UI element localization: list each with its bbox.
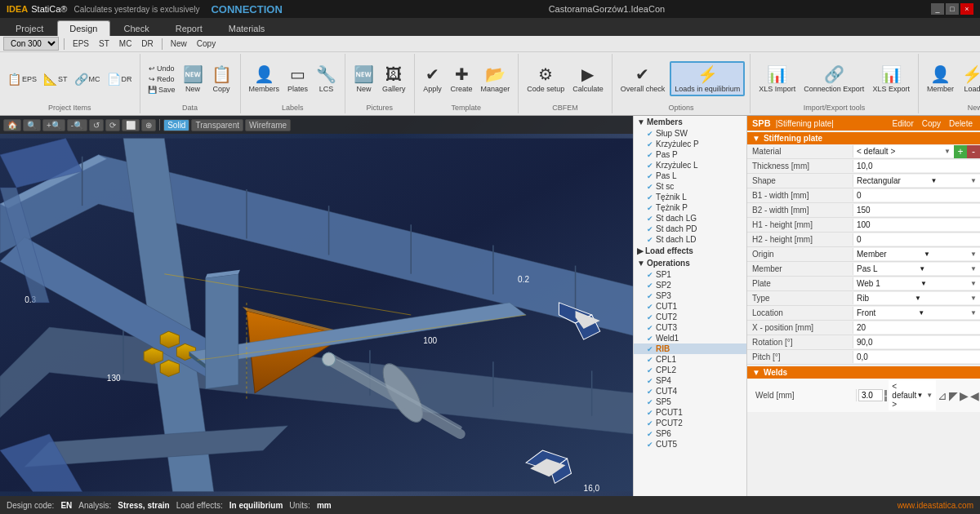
redo-button[interactable]: ↪ Redo [145, 74, 178, 84]
website-link[interactable]: www.ideastatica.com [898, 501, 973, 510]
tree-weld1[interactable]: ✔ Weld1 [634, 333, 746, 343]
qa-mc-button[interactable]: MC [116, 38, 136, 49]
new-picture-button[interactable]: 🆕 New [350, 63, 377, 95]
tree-st-sc[interactable]: ✔ St sc [634, 181, 746, 192]
tree-cut4[interactable]: ✔ CUT4 [634, 386, 746, 397]
tree-rib[interactable]: ✔ RIB [634, 343, 746, 354]
material-remove-button[interactable]: - [967, 145, 980, 158]
tab-report[interactable]: Report [163, 20, 215, 36]
pitch-value[interactable]: 0,0 [853, 351, 980, 363]
tab-project[interactable]: Project [3, 20, 56, 36]
tree-st-dach-pd[interactable]: ✔ St dach PD [634, 224, 746, 234]
loads-equilibrium-button[interactable]: ⚡ Loads in equilibrium [670, 61, 745, 96]
overall-check-button[interactable]: ✔ Overall check [617, 63, 669, 95]
calculate-button[interactable]: ▶ Calculate [569, 63, 607, 95]
h2-height-value[interactable]: 0 [853, 233, 980, 246]
members-button[interactable]: 👤 Members [246, 63, 283, 95]
tab-design[interactable]: Design [57, 20, 109, 36]
gallery-button[interactable]: 🖼 Gallery [379, 64, 409, 95]
undo-button[interactable]: ↩ Undo [145, 64, 178, 73]
location-value[interactable]: Front ▼ [853, 307, 980, 319]
connection-dropdown[interactable]: Con 300 [3, 37, 59, 51]
qa-copy-button[interactable]: Copy [194, 38, 219, 49]
save-button[interactable]: 💾 Save [145, 85, 178, 95]
viewport[interactable]: 🏠 🔍 +🔍 -🔍 ↺ ⟳ ⬜ ⊕ Solid Transparent Wire… [0, 116, 633, 496]
tree-cut2[interactable]: ✔ CUT2 [634, 312, 746, 322]
lcs-button[interactable]: 🔧 LCS [313, 63, 340, 95]
tree-sp4[interactable]: ✔ SP4 [634, 375, 746, 386]
close-button[interactable]: × [960, 3, 973, 15]
qa-new-button[interactable]: New [167, 38, 190, 49]
tree-pas-p[interactable]: ✔ Pas P [634, 149, 746, 160]
minimize-button[interactable]: _ [931, 3, 944, 15]
wireframe-button[interactable]: Wireframe [245, 119, 291, 131]
origin-value[interactable]: Member ▼ [853, 248, 980, 260]
xls-export-button[interactable]: 📊 XLS Export [869, 63, 913, 95]
copy-button[interactable]: 📋 Copy [208, 63, 235, 95]
tree-members-header[interactable]: ▼ Members [634, 116, 746, 128]
h1-height-value[interactable]: 100 [853, 219, 980, 231]
tree-sp6[interactable]: ✔ SP6 [634, 428, 746, 439]
tree-cut3[interactable]: ✔ CUT3 [634, 322, 746, 333]
connection-export-button[interactable]: 🔗 Connection Export [800, 63, 867, 95]
reset-button[interactable]: ⟳ [105, 119, 120, 131]
tree-krzyzulec-l[interactable]: ✔ Krzyżulec L [634, 160, 746, 171]
type-value[interactable]: Rib ▼ [853, 292, 980, 304]
code-setup-button[interactable]: ⚙ Code setup [523, 63, 568, 95]
st-button[interactable]: 📐 ST [41, 72, 70, 86]
transparent-button[interactable]: Transparent [191, 119, 243, 131]
weld-input[interactable] [858, 389, 883, 401]
tree-sp2[interactable]: ✔ SP2 [634, 280, 746, 290]
xls-import-button[interactable]: 📊 XLS Import [755, 63, 799, 95]
tree-st-dach-lg[interactable]: ✔ St dach LG [634, 213, 746, 224]
material-value[interactable]: < default > [853, 145, 954, 157]
plates-button[interactable]: ▭ Plates [284, 63, 311, 95]
tree-teznik-l[interactable]: ✔ Tężnik L [634, 192, 746, 202]
tab-materials[interactable]: Materials [216, 20, 278, 36]
tree-pcut1[interactable]: ✔ PCUT1 [634, 407, 746, 418]
tree-krzyzulec-p[interactable]: ✔ Krzyżulec P [634, 139, 746, 149]
delete-button[interactable]: Delete [947, 119, 975, 128]
material-add-button[interactable]: + [954, 145, 967, 158]
tree-cpl1[interactable]: ✔ CPL1 [634, 354, 746, 365]
zoom-out-button[interactable]: -🔍 [67, 119, 87, 131]
zoom-in-button[interactable]: +🔍 [42, 119, 65, 131]
tree-sp5[interactable]: ✔ SP5 [634, 397, 746, 407]
tree-st-dach-ld[interactable]: ✔ St dach LD [634, 234, 746, 245]
x-position-value[interactable]: 20 [853, 321, 980, 334]
tree-sp3[interactable]: ✔ SP3 [634, 290, 746, 301]
mc-button[interactable]: 🔗 MC [72, 72, 103, 86]
plate-value[interactable]: Web 1 ▼ [853, 277, 980, 290]
b2-width-value[interactable]: 150 [853, 204, 980, 216]
copy-prop-button[interactable]: Copy [920, 119, 943, 128]
dr-button[interactable]: 📄 DR [105, 72, 135, 86]
zoom-fit-button[interactable]: 🔍 [23, 119, 41, 131]
member-button[interactable]: 👤 Member [924, 63, 957, 95]
solid-button[interactable]: Solid [163, 119, 189, 131]
tab-check[interactable]: Check [112, 20, 162, 36]
frame-button[interactable]: ⬜ [122, 119, 140, 131]
tree-cpl2[interactable]: ✔ CPL2 [634, 365, 746, 375]
qa-dr-button[interactable]: DR [138, 38, 156, 49]
tree-teznik-p[interactable]: ✔ Tężnik P [634, 202, 746, 213]
member-prop-value[interactable]: Pas L ▼ [853, 263, 980, 275]
tree-pas-l[interactable]: ✔ Pas L [634, 171, 746, 181]
b1-width-value[interactable]: 0 [853, 189, 980, 202]
weld-material-value[interactable]: < default > ▼ [889, 380, 936, 410]
crosshair-button[interactable]: ⊕ [141, 119, 156, 131]
maximize-button[interactable]: □ [946, 3, 959, 15]
rotation-value[interactable]: 90,0 [853, 336, 980, 348]
tree-cut5[interactable]: ✔ CUT5 [634, 439, 746, 450]
tree-slup-sw[interactable]: ✔ Słup SW [634, 128, 746, 139]
qa-st-button[interactable]: ST [96, 38, 113, 49]
tree-operations-header[interactable]: ▼ Operations [634, 257, 746, 269]
thickness-value[interactable]: 10,0 [853, 160, 980, 172]
apply-button[interactable]: ✔ Apply [420, 63, 446, 95]
load-button[interactable]: ⚡ Load [959, 63, 980, 95]
editor-button[interactable]: Editor [890, 119, 916, 128]
eps-button[interactable]: 📋 EPS [5, 72, 39, 86]
tree-pcut2[interactable]: ✔ PCUT2 [634, 418, 746, 428]
create-button[interactable]: ✚ Create [448, 63, 476, 95]
home-view-button[interactable]: 🏠 [3, 119, 21, 131]
tree-cut1[interactable]: ✔ CUT1 [634, 301, 746, 312]
